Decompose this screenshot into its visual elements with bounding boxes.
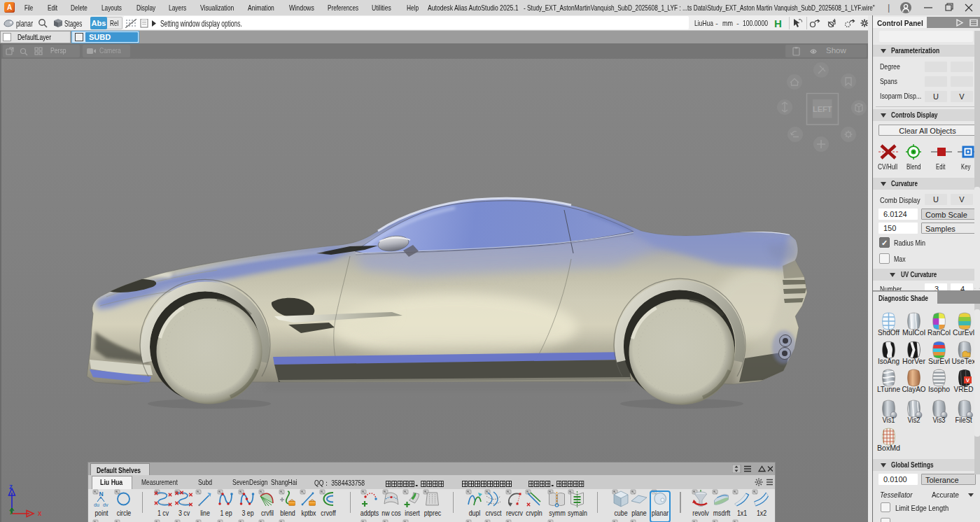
svg-text:Isopho: Isopho bbox=[928, 385, 950, 393]
svg-text:MulCol: MulCol bbox=[902, 328, 925, 337]
svg-text:ClayAO: ClayAO bbox=[902, 385, 926, 393]
svg-text:SurEvl: SurEvl bbox=[928, 357, 950, 365]
svg-text:x: x bbox=[38, 509, 42, 517]
svg-text:IsoAng: IsoAng bbox=[878, 357, 899, 365]
svg-text:CurEvl: CurEvl bbox=[953, 328, 974, 337]
svg-text:LTunne: LTunne bbox=[877, 385, 900, 393]
svg-text:dv: dv bbox=[103, 502, 108, 507]
svg-text:FileSt: FileSt bbox=[955, 416, 972, 424]
svg-text:RanCol: RanCol bbox=[927, 328, 951, 337]
svg-text:Vis3: Vis3 bbox=[933, 416, 946, 424]
svg-text:z: z bbox=[9, 483, 13, 491]
svg-text:V: V bbox=[966, 377, 970, 383]
svg-text:HorVer: HorVer bbox=[902, 357, 925, 365]
svg-text:Vis1: Vis1 bbox=[883, 416, 895, 424]
svg-text:N: N bbox=[99, 491, 104, 498]
svg-text:VRED: VRED bbox=[954, 385, 974, 393]
svg-text:du: du bbox=[94, 502, 99, 507]
svg-text:y: y bbox=[10, 508, 13, 514]
svg-text:Vis2: Vis2 bbox=[908, 416, 920, 424]
svg-text:ShdOff: ShdOff bbox=[878, 328, 899, 337]
svg-text:UseTex: UseTex bbox=[952, 357, 976, 365]
svg-text:BoxMd: BoxMd bbox=[877, 444, 900, 452]
